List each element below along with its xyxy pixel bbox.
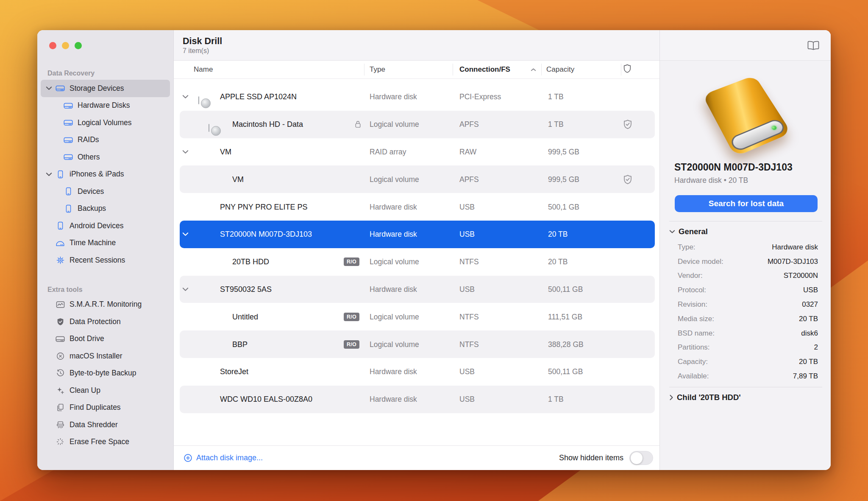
sidebar-item-iphones-ipads[interactable]: iPhones & iPads — [41, 166, 170, 183]
table-row-bbp[interactable]: BBPR/OLogical volumeNTFS388,28 GB — [174, 330, 659, 358]
column-header-name[interactable]: Name — [194, 65, 213, 74]
sidebar-item-recent-sessions[interactable]: Recent Sessions — [41, 252, 170, 269]
device-connection: USB — [459, 285, 475, 294]
zoom-button[interactable] — [75, 42, 82, 49]
sidebar-item-label: Time Machine — [70, 238, 116, 247]
sidebar-item-clean-up[interactable]: Clean Up — [41, 382, 170, 399]
sidebar-item-s-m-a-r-t-monitoring[interactable]: S.M.A.R.T. Monitoring — [41, 296, 170, 313]
sidebar-item-backups[interactable]: Backups — [41, 200, 170, 218]
read-only-badge: R/O — [344, 313, 359, 321]
table-row-storejet[interactable]: StoreJetHardware diskUSB500,11 GB — [174, 358, 659, 386]
close-button[interactable] — [49, 42, 56, 49]
drive-icon — [63, 136, 73, 144]
device-subtitle: Hardware disk • 20 TB — [674, 176, 818, 185]
detail-row-media-size: Media size:20 TB — [660, 312, 831, 326]
gear-icon — [55, 256, 65, 264]
internal-disk-icon — [209, 124, 209, 132]
disclosure-chevron-down-icon[interactable] — [182, 287, 189, 291]
table-row-20tb-hdd[interactable]: 20TB HDDR/OLogical volumeNTFS20 TB — [174, 248, 659, 276]
device-connection: NTFS — [459, 257, 479, 266]
device-capacity: 999,5 GB — [548, 175, 579, 184]
device-connection: USB — [459, 395, 475, 404]
table-row-st950032-5as[interactable]: ST950032 5ASHardware diskUSB500,11 GB — [174, 276, 659, 303]
sidebar-item-raids[interactable]: RAIDs — [41, 132, 170, 149]
device-capacity: 999,5 GB — [548, 147, 579, 156]
sidebar: Data RecoveryStorage DevicesHardware Dis… — [37, 30, 174, 470]
sidebar-item-erase-free-space[interactable]: Erase Free Space — [41, 434, 170, 451]
sidebar-item-label: Hardware Disks — [78, 101, 130, 110]
device-name: Untitled — [232, 312, 258, 321]
sidebar-item-label: Android Devices — [70, 221, 123, 230]
table-row-pny-pny-pro-elite-ps[interactable]: PNY PNY PRO ELITE PSHardware diskUSB500,… — [174, 193, 659, 221]
detail-label: BSD name: — [678, 329, 715, 338]
sidebar-item-label: Byte-to-byte Backup — [70, 369, 136, 378]
iphone-icon — [55, 221, 65, 230]
table-row-st20000n-m007d-3dj103[interactable]: ST20000N M007D-3DJ103Hardware diskUSB20 … — [174, 221, 659, 248]
table-row-macintosh-hd-data[interactable]: Macintosh HD - DataLogical volumeAPFS1 T… — [174, 111, 659, 138]
history-icon — [55, 369, 65, 377]
table-row-wdc-wd10-eals-00z8a0[interactable]: WDC WD10 EALS-00Z8A0Hardware diskUSB1 TB — [174, 386, 659, 413]
column-divider — [453, 64, 453, 76]
child-section-header[interactable]: Child '20TB HDD' — [669, 393, 822, 402]
iphone-icon — [63, 204, 73, 213]
sidebar-item-hardware-disks[interactable]: Hardware Disks — [41, 97, 170, 115]
show-hidden-items-label: Show hidden items — [559, 453, 623, 462]
device-connection: APFS — [459, 175, 479, 184]
disclosure-chevron-down-icon[interactable] — [182, 95, 189, 99]
iphone-icon — [55, 170, 65, 179]
chevron-down-icon — [669, 230, 675, 234]
sidebar-item-others[interactable]: Others — [41, 148, 170, 166]
sidebar-item-android-devices[interactable]: Android Devices — [41, 217, 170, 235]
detail-value: 2 — [814, 343, 818, 352]
table-row-vm[interactable]: VMLogical volumeAPFS999,5 GB — [174, 165, 659, 193]
minimize-button[interactable] — [62, 42, 69, 49]
chevron-down-icon[interactable] — [46, 86, 55, 90]
search-for-lost-data-button[interactable]: Search for lost data — [675, 195, 818, 212]
sidebar-item-boot-drive[interactable]: Boot Drive — [41, 330, 170, 348]
sidebar-item-data-shredder[interactable]: Data Shredder — [41, 416, 170, 434]
sidebar-item-logical-volumes[interactable]: Logical Volumes — [41, 114, 170, 132]
read-only-badge: R/O — [344, 257, 359, 266]
device-name: APPLE SSD AP1024N — [220, 92, 297, 101]
drive-led — [771, 125, 777, 131]
table-row-apple-ssd-ap1024n[interactable]: APPLE SSD AP1024NHardware diskPCI-Expres… — [174, 83, 659, 111]
sidebar-item-storage-devices[interactable]: Storage Devices — [41, 80, 170, 97]
device-name: VM — [220, 147, 231, 156]
show-hidden-toggle[interactable] — [629, 451, 653, 465]
device-capacity: 388,28 GB — [548, 340, 584, 349]
sidebar-item-data-protection[interactable]: Data Protection — [41, 313, 170, 330]
device-type: Logical volume — [370, 175, 419, 184]
device-name: Macintosh HD - Data — [232, 120, 303, 129]
disclosure-chevron-down-icon[interactable] — [182, 150, 189, 154]
device-name: WDC WD10 EALS-00Z8A0 — [220, 395, 312, 404]
detail-label: Device model: — [678, 257, 723, 266]
sidebar-item-label: Others — [78, 153, 100, 162]
table-row-untitled[interactable]: UntitledR/OLogical volumeNTFS111,51 GB — [174, 303, 659, 330]
column-header-capacity[interactable]: Capacity — [546, 65, 574, 74]
inspector-body: ST20000N M007D-3DJ103 Hardware disk • 20… — [660, 61, 831, 470]
general-section-header[interactable]: General — [669, 227, 822, 236]
sidebar-item-label: Data Shredder — [70, 420, 118, 429]
column-header-connection[interactable]: Connection/FS — [459, 65, 510, 74]
detail-label: Capacity: — [678, 358, 708, 366]
device-capacity: 500,11 GB — [548, 367, 583, 376]
sidebar-item-label: RAIDs — [78, 135, 99, 144]
device-connection: NTFS — [459, 340, 479, 349]
device-capacity: 1 TB — [548, 120, 564, 129]
detail-value: USB — [803, 286, 818, 294]
table-row-vm[interactable]: VMRAID arrayRAW999,5 GB — [174, 138, 659, 166]
sidebar-item-byte-to-byte-backup[interactable]: Byte-to-byte Backup — [41, 365, 170, 382]
sidebar-item-devices[interactable]: Devices — [41, 183, 170, 200]
disclosure-chevron-down-icon[interactable] — [182, 232, 189, 236]
knowledge-base-book-icon[interactable] — [807, 40, 820, 50]
read-only-badge: R/O — [344, 340, 359, 349]
column-header-type[interactable]: Type — [370, 65, 385, 74]
device-type: Logical volume — [370, 120, 419, 129]
sidebar-item-macos-installer[interactable]: macOS Installer — [41, 347, 170, 365]
sidebar-item-time-machine[interactable]: Time Machine — [41, 235, 170, 252]
sidebar-item-find-duplicates[interactable]: Find Duplicates — [41, 399, 170, 417]
device-type: Logical volume — [370, 257, 419, 266]
chevron-down-icon[interactable] — [46, 172, 55, 176]
erase-icon — [55, 438, 65, 446]
attach-disk-image-link[interactable]: Attach disk image... — [184, 453, 263, 462]
